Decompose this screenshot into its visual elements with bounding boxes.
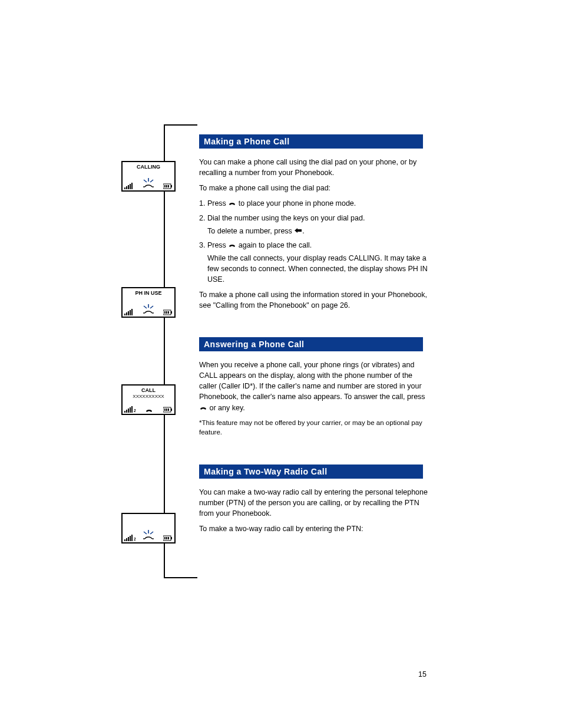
heading-text: Making a Phone Call — [199, 137, 290, 146]
svg-rect-20 — [124, 314, 125, 315]
svg-rect-48 — [130, 536, 131, 541]
svg-rect-53 — [166, 537, 167, 539]
svg-rect-36 — [171, 409, 172, 411]
svg-rect-7 — [128, 185, 129, 189]
heading-text: Making a Two-Way Radio Call — [199, 467, 328, 476]
svg-rect-32 — [128, 409, 129, 413]
svg-rect-46 — [126, 538, 127, 541]
channel-number: 2 — [134, 537, 136, 541]
svg-rect-39 — [168, 409, 169, 411]
svg-rect-34 — [131, 406, 133, 413]
screen-tip: While the call connects, your display re… — [199, 253, 432, 285]
signal-icon — [124, 406, 133, 413]
two-way-steps-intro: To make a two-way radio call by entering… — [199, 523, 432, 534]
section-heading-answering: Answering a Phone Call — [199, 337, 423, 351]
svg-rect-26 — [171, 311, 172, 314]
phone-icon — [228, 199, 236, 207]
answer-text: When you receive a phone call, your phon… — [199, 360, 432, 413]
svg-rect-11 — [171, 185, 172, 187]
svg-rect-33 — [130, 407, 131, 413]
svg-rect-21 — [126, 312, 127, 315]
svg-rect-23 — [130, 310, 131, 315]
section-heading-two-way: Making a Two-Way Radio Call — [199, 465, 423, 479]
step-1: 1. Press to place your phone in phone mo… — [199, 198, 432, 209]
step-3: 3. Press again to place the call. While … — [199, 240, 432, 285]
svg-rect-22 — [128, 311, 129, 315]
section-body-answering: When you receive a phone call, your phon… — [199, 355, 432, 442]
lcd-calling: CALLING — [121, 161, 176, 192]
svg-rect-52 — [164, 537, 166, 539]
svg-rect-38 — [166, 409, 167, 411]
battery-icon — [163, 309, 173, 315]
bracket-rule — [164, 124, 197, 578]
step-2: 2. Dial the number using the keys on you… — [199, 213, 432, 236]
lcd-in-use: PH IN USE — [121, 287, 176, 318]
phone-icon — [199, 404, 207, 412]
battery-icon — [163, 183, 173, 189]
svg-rect-24 — [131, 309, 133, 315]
manual-page: Setting Up a Call Making a Phone Call Yo… — [0, 0, 562, 728]
svg-rect-27 — [164, 311, 166, 314]
svg-rect-49 — [131, 535, 133, 541]
phone-icon — [146, 407, 153, 413]
svg-rect-45 — [124, 539, 125, 541]
section-body-two-way: You can make a two-way radio call by ent… — [199, 482, 432, 539]
battery-icon — [163, 535, 173, 541]
section-body-making-call: You can make a phone call using the dial… — [199, 152, 432, 316]
channel-number: 2 — [134, 409, 136, 413]
page-title: Setting Up a Call — [199, 55, 335, 74]
lcd-two-way: 2 — [121, 513, 176, 543]
svg-rect-47 — [128, 537, 129, 541]
svg-rect-8 — [130, 184, 131, 189]
lcd-text: CALLING — [123, 164, 174, 170]
left-arrow-icon — [294, 227, 302, 235]
svg-rect-51 — [171, 537, 172, 539]
svg-rect-31 — [126, 410, 127, 413]
svg-rect-30 — [124, 411, 125, 413]
signal-icon — [124, 182, 133, 189]
page-number: 15 — [418, 670, 427, 678]
svg-rect-14 — [168, 185, 169, 187]
battery-icon — [163, 407, 173, 413]
svg-rect-37 — [164, 409, 166, 411]
intro-text: You can make a phone call using the dial… — [199, 157, 432, 178]
footnote: *This feature may not be offered by your… — [199, 418, 432, 437]
section-heading-making-call: Making a Phone Call — [199, 134, 423, 149]
svg-rect-28 — [166, 311, 167, 314]
svg-rect-54 — [168, 537, 169, 539]
signal-icon — [124, 534, 133, 541]
svg-rect-29 — [168, 311, 169, 314]
lcd-text: PH IN USE — [123, 290, 174, 296]
lcd-incoming-call: CALL XXXXXXXXXX 2 — [121, 384, 176, 415]
steps-intro: To make a phone call using the dial pad: — [199, 183, 432, 193]
svg-rect-12 — [164, 185, 166, 187]
lcd-text: CALL — [123, 387, 174, 393]
phone-icon — [228, 241, 236, 249]
signal-icon — [124, 308, 133, 315]
svg-rect-9 — [131, 183, 133, 189]
svg-rect-13 — [166, 185, 167, 187]
see-also: To make a phone call using the informati… — [199, 289, 432, 311]
heading-text: Answering a Phone Call — [199, 340, 304, 349]
svg-rect-6 — [126, 186, 127, 189]
lcd-number: XXXXXXXXXX — [123, 394, 174, 399]
two-way-intro: You can make a two-way radio call by ent… — [199, 487, 432, 519]
svg-rect-5 — [124, 187, 125, 189]
